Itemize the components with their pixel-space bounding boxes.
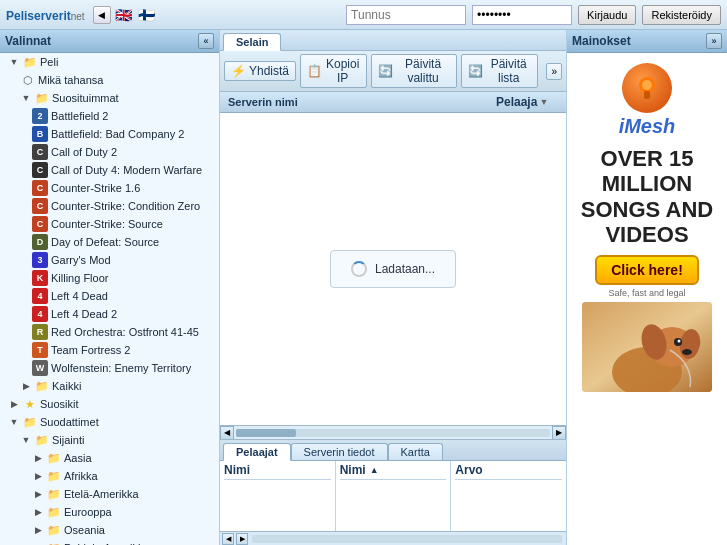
star-icon: ★ [22, 396, 38, 412]
game-icon: T [32, 342, 48, 358]
sidebar-item-red-orchestra[interactable]: R Red Orchestra: Ostfront 41-45 [0, 323, 219, 341]
game-icon: W [32, 360, 48, 376]
bottom-col-nimi: Nimi [220, 461, 336, 531]
bottom-col-arvo-label: Arvo [455, 463, 482, 477]
password-input[interactable] [472, 5, 572, 25]
tab-serverin-tiedot[interactable]: Serverin tiedot [291, 443, 388, 460]
expand-icon: ▶ [8, 396, 20, 412]
sidebar-item-suosituimmat[interactable]: ▼ 📁 Suosituimmat [0, 89, 219, 107]
register-button[interactable]: Rekisteröidy [642, 5, 721, 25]
bottom-col-nimi2-label: Nimi [340, 463, 366, 477]
sidebar-item-cs16[interactable]: C Counter-Strike 1.6 [0, 179, 219, 197]
sidebar-item-cs-source[interactable]: C Counter-Strike: Source [0, 215, 219, 233]
topbar-controls: ◀ 🇬🇧 🇫🇮 [93, 6, 157, 24]
toolbar: ⚡ Yhdistä 📋 Kopioi IP 🔄 Päivitä valittu … [220, 51, 566, 92]
sidebar-item-label: Call of Duty 2 [51, 146, 117, 158]
bottom-scrollbar[interactable]: ◀ ▶ [220, 531, 566, 545]
sidebar-item-dod-source[interactable]: D Day of Defeat: Source [0, 233, 219, 251]
sidebar-item-killing-floor[interactable]: K Killing Floor [0, 269, 219, 287]
tab-selain[interactable]: Selain [223, 33, 281, 51]
sidebar-item-suosikit[interactable]: ▶ ★ Suosikit [0, 395, 219, 413]
imesh-text: iMesh [619, 115, 676, 138]
tab-pelaajat[interactable]: Pelaajat [223, 443, 291, 461]
sort-arrow-icon: ▼ [539, 97, 548, 107]
sidebar-item-l4d[interactable]: 4 Left 4 Dead [0, 287, 219, 305]
logo-net: net [71, 11, 85, 22]
username-input[interactable] [346, 5, 466, 25]
game-icon: C [32, 216, 48, 232]
svg-rect-2 [644, 91, 650, 99]
tab-kartta[interactable]: Kartta [388, 443, 443, 460]
folder-icon: 📁 [34, 378, 50, 394]
sidebar-item-kaikki[interactable]: ▶ 📁 Kaikki [0, 377, 219, 395]
sidebar-item-label: Left 4 Dead 2 [51, 308, 117, 320]
bottom-col-nimi2: Nimi ▲ [336, 461, 452, 531]
sidebar-item-cod4[interactable]: C Call of Duty 4: Modern Warfare [0, 161, 219, 179]
sidebar-item-peli[interactable]: ▼ 📁 Peli [0, 53, 219, 71]
toolbar-more-button[interactable]: » [546, 63, 562, 80]
sidebar-item-afrikka[interactable]: ▶ 📁 Afrikka [0, 467, 219, 485]
scroll-right-button[interactable]: ▶ [552, 426, 566, 440]
column-header-pelaaja[interactable]: Pelaaja ▼ [492, 94, 562, 110]
sidebar-item-label: Aasia [64, 452, 92, 464]
sidebar-collapse-button[interactable]: « [198, 33, 214, 49]
right-panel: Mainokset » iMesh OVER 15 MILLION SONGS … [567, 30, 727, 545]
kopioi-ip-button[interactable]: 📋 Kopioi IP [300, 54, 367, 88]
folder-icon: 📁 [46, 504, 62, 520]
sidebar-item-aasia[interactable]: ▶ 📁 Aasia [0, 449, 219, 467]
expand-icon: ▶ [32, 486, 44, 502]
sidebar-item-cod2[interactable]: C Call of Duty 2 [0, 143, 219, 161]
sidebar-item-etela-amerikka[interactable]: ▶ 📁 Etelä-Amerikka [0, 485, 219, 503]
ad-content: iMesh OVER 15 MILLION SONGS AND VIDEOS C… [567, 53, 727, 545]
bottom-scroll-left-button[interactable]: ◀ [222, 533, 234, 545]
sidebar-item-suodattimet[interactable]: ▼ 📁 Suodattimet [0, 413, 219, 431]
yhdista-button[interactable]: ⚡ Yhdistä [224, 61, 296, 81]
folder-icon: 📁 [46, 468, 62, 484]
click-here-button[interactable]: Click here! [595, 255, 699, 285]
sidebar-item-label: Oseania [64, 524, 105, 536]
scroll-track[interactable] [236, 429, 550, 437]
expand-icon: ▼ [20, 90, 32, 106]
paivita-lista-button[interactable]: 🔄 Päivitä lista [461, 54, 539, 88]
sidebar-item-sijainti[interactable]: ▼ 📁 Sijainti [0, 431, 219, 449]
scroll-left-button[interactable]: ◀ [220, 426, 234, 440]
bottom-scroll-right-button[interactable]: ▶ [236, 533, 248, 545]
sidebar-item-label: Suosikit [40, 398, 79, 410]
game-icon: R [32, 324, 48, 340]
paivita-valittu-button[interactable]: 🔄 Päivitä valittu [371, 54, 457, 88]
ads-title: Mainokset [572, 34, 631, 48]
game-icon: 4 [32, 288, 48, 304]
sidebar-item-eurooppa[interactable]: ▶ 📁 Eurooppa [0, 503, 219, 521]
nav-back-button[interactable]: ◀ [93, 6, 111, 24]
bottom-scroll-track[interactable] [252, 535, 562, 543]
sidebar-item-l4d2[interactable]: 4 Left 4 Dead 2 [0, 305, 219, 323]
sidebar-item-oseania[interactable]: ▶ 📁 Oseania [0, 521, 219, 539]
sidebar-item-mika-tahansa[interactable]: ⬡ Mikä tahansa [0, 71, 219, 89]
sidebar-item-wolfenstein[interactable]: W Wolfenstein: Enemy Territory [0, 359, 219, 377]
sidebar-item-label: Kaikki [52, 380, 81, 392]
sidebar-item-label: Mikä tahansa [38, 74, 103, 86]
game-icon: K [32, 270, 48, 286]
topbar: Peliserveritnet ◀ 🇬🇧 🇫🇮 Kirjaudu Rekiste… [0, 0, 727, 30]
yhdista-label: Yhdistä [249, 64, 289, 78]
ads-collapse-button[interactable]: » [706, 33, 722, 49]
sidebar-item-label: Left 4 Dead [51, 290, 108, 302]
folder-icon: 📁 [34, 90, 50, 106]
game-icon: B [32, 126, 48, 142]
bottom-panel: Pelaajat Serverin tiedot Kartta Nimi Nim… [220, 439, 566, 545]
copy-icon: 📋 [307, 64, 322, 78]
sidebar-item-pohjois-amerikka[interactable]: ▶ 📁 Pohjois-Amerikka [0, 539, 219, 545]
sidebar-item-tf2[interactable]: T Team Fortress 2 [0, 341, 219, 359]
sidebar-item-label: Killing Floor [51, 272, 108, 284]
svg-point-9 [678, 340, 681, 343]
sidebar-item-bf-bc2[interactable]: B Battlefield: Bad Company 2 [0, 125, 219, 143]
paivita-valittu-label: Päivitä valittu [396, 57, 450, 85]
sidebar-item-cs-cz[interactable]: C Counter-Strike: Condition Zero [0, 197, 219, 215]
login-button[interactable]: Kirjaudu [578, 5, 636, 25]
sidebar-item-garrys-mod[interactable]: 3 Garry's Mod [0, 251, 219, 269]
scroll-thumb[interactable] [236, 429, 296, 437]
sidebar-item-bf2[interactable]: 2 Battlefield 2 [0, 107, 219, 125]
sidebar-item-label: Garry's Mod [51, 254, 111, 266]
horizontal-scrollbar[interactable]: ◀ ▶ [220, 425, 566, 439]
game-icon: 3 [32, 252, 48, 268]
